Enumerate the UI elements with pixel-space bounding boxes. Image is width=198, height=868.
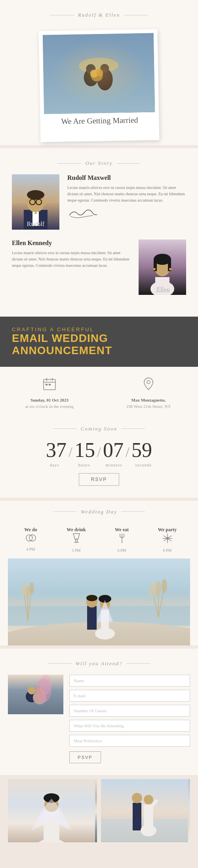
wedding-beach-photo: [8, 559, 190, 645]
svg-point-92: [144, 795, 153, 804]
svg-point-6: [91, 70, 103, 82]
banner-main: EMAIL WEDDING ANNOUNCEMENT: [12, 332, 186, 357]
venue-label: Max Montagnette, 198 West 21th Street, N…: [107, 397, 190, 410]
schedule-time-do: 4 PM: [8, 547, 53, 551]
wedding-day-section: Wedding Day We do 4 PM We drink: [0, 501, 198, 645]
fork-icon: [99, 533, 145, 547]
attend-photo-1: [8, 675, 63, 714]
story-person-rudolf: Rudolf Rudolf Maxwell Lectus mauris ultr…: [12, 174, 186, 230]
header-section: Rudolf & Ellen: [0, 0, 198, 30]
svg-point-76: [28, 687, 36, 694]
banner-subtitle: CRAFTING A CHEERFUL: [12, 326, 186, 332]
days-label: days: [41, 462, 69, 467]
schedule-time-drink: 5 PM: [53, 548, 99, 553]
ellen-body: Lectus mauris ultrices eros in cursus tu…: [12, 250, 131, 269]
rudolf-name: Rudolf Maxwell: [67, 174, 186, 181]
svg-point-58: [21, 584, 26, 596]
hours-label: hours: [70, 462, 98, 467]
rsvp-button[interactable]: RSVP: [79, 473, 120, 486]
story-person-ellen: Ellen Ellen Kennedy Lectus mauris ultric…: [12, 240, 186, 295]
countdown-row: 37 / 15 / 07 / 59: [8, 440, 190, 460]
svg-point-19: [43, 200, 46, 205]
svg-rect-88: [133, 803, 141, 830]
svg-point-73: [162, 579, 167, 593]
header-names: Rudolf & Ellen: [16, 12, 182, 18]
schedule-item-party: We party 8 PM: [145, 527, 190, 553]
attending-input[interactable]: [69, 720, 190, 732]
sep-1: /: [69, 444, 72, 460]
svg-point-35: [147, 381, 150, 384]
schedule-item-drink: We drink 5 PM: [53, 527, 99, 553]
svg-point-80: [40, 675, 51, 694]
schedule-label-drink: We drink: [53, 527, 99, 533]
venue-item: Max Montagnette, 198 West 21th Street, N…: [107, 377, 190, 410]
email-input[interactable]: [69, 690, 190, 702]
svg-rect-33: [46, 384, 48, 385]
countdown-minutes: 07: [103, 440, 124, 460]
date-venue-section: Sunday, 01 Oct 2023 at six o'clock in th…: [0, 367, 198, 420]
svg-point-28: [169, 268, 171, 270]
svg-point-5: [100, 64, 109, 73]
schedule-time-party: 8 PM: [145, 548, 190, 553]
svg-rect-34: [49, 384, 51, 385]
svg-point-4: [97, 68, 113, 91]
sep-2: /: [97, 444, 101, 460]
schedule-label-do: We do: [8, 527, 53, 533]
svg-point-27: [153, 268, 156, 270]
svg-point-14: [27, 190, 44, 200]
countdown-labels: days hours minutes seconds: [8, 462, 190, 467]
polaroid-section: We Are Getting Married: [0, 30, 198, 145]
rudolf-photo: Rudolf: [12, 174, 59, 230]
schedule-row: We do 4 PM We drink 5 PM We: [8, 523, 190, 559]
ellen-name: Ellen Kennedy: [12, 240, 131, 247]
polaroid-photo: [43, 33, 155, 114]
schedule-label-party: We party: [145, 527, 190, 533]
svg-point-7: [90, 70, 98, 77]
banner-section: CRAFTING A CHEERFUL EMAIL WEDDING ANNOUN…: [0, 317, 198, 367]
wedding-day-title: Wedding Day: [8, 509, 190, 515]
svg-point-18: [25, 200, 29, 205]
guests-input[interactable]: [69, 705, 190, 717]
name-input[interactable]: [69, 675, 190, 687]
svg-point-71: [150, 583, 155, 597]
svg-rect-61: [87, 606, 97, 630]
attend-title: Will you Attend?: [8, 660, 190, 667]
rings-icon: [8, 533, 53, 545]
svg-point-60: [29, 582, 34, 594]
rudolf-signature: [67, 208, 186, 222]
form-rsvp-button[interactable]: PSVP: [69, 751, 101, 763]
minutes-label: minutes: [100, 462, 128, 467]
date-label: Sunday, 01 Oct 2023 at six o'clock in th…: [8, 397, 91, 410]
svg-point-51: [166, 537, 169, 540]
countdown-seconds: 59: [131, 440, 152, 460]
countdown-title: Coming Soon: [8, 426, 190, 432]
date-item: Sunday, 01 Oct 2023 at six o'clock in th…: [8, 377, 91, 410]
svg-point-63: [86, 595, 97, 601]
svg-point-1: [79, 57, 119, 74]
our-story-title: Our Story: [12, 160, 186, 166]
rudolf-text: Rudolf Maxwell Lectus mauris ultrices er…: [67, 174, 186, 222]
svg-point-3: [86, 64, 95, 74]
sep-3: /: [126, 444, 129, 460]
svg-point-72: [156, 581, 161, 595]
ellen-label: Ellen: [156, 286, 169, 293]
polaroid-frame: We Are Getting Married: [39, 29, 160, 142]
bottom-photos: [0, 775, 198, 854]
schedule-label-eat: We eat: [99, 527, 145, 533]
svg-point-89: [132, 793, 142, 803]
svg-rect-0: [43, 33, 155, 114]
calendar-icon: [8, 377, 91, 394]
countdown-days: 37: [46, 440, 67, 460]
countdown-hours: 15: [74, 440, 95, 460]
countdown-section: Coming Soon 37 / 15 / 07 / 59 days hours…: [0, 420, 198, 498]
schedule-time-eat: 6 PM: [99, 548, 145, 553]
ellen-photo: Ellen: [139, 240, 186, 295]
svg-point-8: [96, 69, 103, 76]
schedule-item-eat: We eat 6 PM: [99, 527, 145, 553]
our-story-section: Our Story: [0, 148, 198, 317]
attend-content: PSVP: [8, 675, 190, 763]
svg-rect-38: [76, 539, 77, 542]
attend-section: Will you Attend?: [0, 649, 198, 775]
schedule-item-do: We do 4 PM: [8, 527, 53, 553]
meal-input[interactable]: [69, 735, 190, 747]
